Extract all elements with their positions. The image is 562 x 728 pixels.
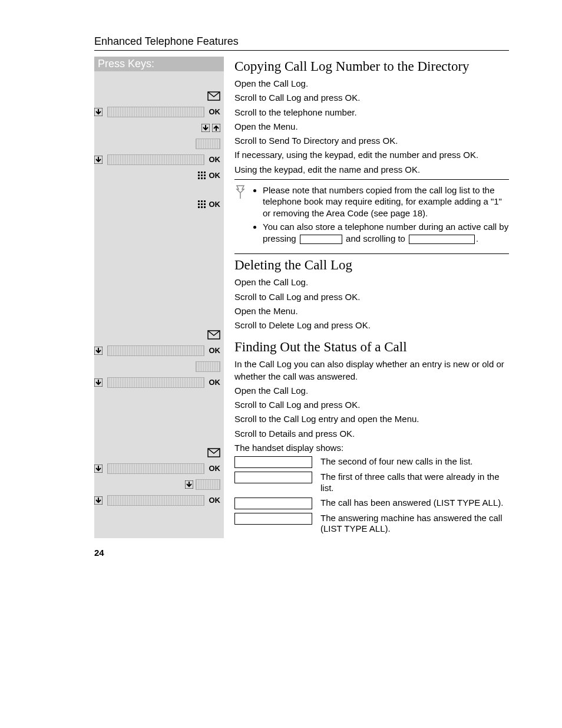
display-box-placeholder	[234, 456, 312, 468]
status-table: The second of four new calls in the list…	[234, 456, 509, 535]
svg-rect-8	[198, 174, 200, 176]
svg-rect-17	[198, 203, 200, 205]
keypad-icon	[197, 200, 207, 209]
ok-label: OK	[209, 107, 221, 116]
page-number: 24	[94, 548, 509, 558]
note-block: Please note that numbers copied from the…	[234, 183, 509, 251]
hatched-field	[107, 345, 204, 356]
step: If necessary, using the keypad, edit the…	[234, 149, 509, 161]
display-box-placeholder	[234, 472, 312, 483]
key-row-down-ok: OK	[94, 492, 224, 508]
svg-rect-7	[204, 172, 206, 173]
svg-rect-13	[204, 177, 206, 179]
display-box-placeholder	[234, 498, 312, 509]
blank-key-placeholder	[300, 235, 342, 244]
key-row-envelope	[94, 88, 224, 104]
arrow-up-icon	[212, 124, 220, 132]
step: Scroll to Delete Log and press OK.	[234, 319, 509, 331]
ok-label: OK	[209, 496, 221, 505]
svg-rect-20	[198, 206, 200, 208]
running-head: Enhanced Telephone Features	[94, 35, 509, 48]
status-desc: The second of four new calls in the list…	[320, 456, 472, 468]
step: Scroll to Call Log and press OK.	[234, 399, 509, 411]
note-item: Please note that numbers copied from the…	[263, 185, 509, 219]
step: Open the Call Log.	[234, 276, 509, 288]
svg-rect-6	[201, 172, 203, 173]
envelope-icon	[207, 448, 220, 457]
display-box-placeholder	[234, 513, 312, 525]
svg-rect-11	[198, 177, 200, 179]
note-item: You can also store a telephone number du…	[263, 221, 509, 244]
svg-rect-21	[201, 206, 203, 208]
status-row: The second of four new calls in the list…	[234, 456, 509, 468]
key-row-hatched-small	[94, 358, 224, 374]
note-item-text-b: and scrolling to	[343, 233, 408, 243]
ok-label: OK	[209, 346, 221, 355]
key-row-keypad-ok: OK	[94, 196, 224, 212]
step: Scroll to Call Log and press OK.	[234, 92, 509, 104]
hatched-field-small	[196, 361, 220, 372]
pushpin-icon	[234, 185, 246, 247]
section-title-copying: Copying Call Log Number to the Directory	[234, 59, 509, 74]
envelope-icon	[207, 330, 220, 340]
key-row-down-ok: OK	[94, 104, 224, 120]
status-row: The first of three calls that were alrea…	[234, 472, 509, 494]
envelope-icon	[207, 91, 220, 101]
key-row-hatched-small	[94, 136, 224, 151]
step: Scroll to the telephone number.	[234, 107, 509, 118]
key-row-envelope	[94, 444, 224, 460]
arrow-down-icon	[94, 347, 103, 355]
step: Using the keypad, edit the name and pres…	[234, 164, 509, 176]
step: Scroll to the Call Log entry and open th…	[234, 413, 509, 425]
svg-rect-5	[198, 172, 200, 173]
arrow-down-icon	[94, 156, 103, 164]
svg-rect-10	[204, 174, 206, 176]
ok-label: OK	[209, 155, 221, 164]
step: Scroll to Details and press OK.	[234, 428, 509, 440]
hatched-field-small	[196, 139, 220, 149]
svg-rect-22	[204, 206, 206, 208]
description-column: Copying Call Log Number to the Directory…	[224, 57, 509, 538]
section-title-deleting: Deleting the Call Log	[234, 258, 509, 273]
hatched-field	[107, 107, 204, 117]
hatched-field	[107, 495, 204, 506]
status-row: The answering machine has answered the c…	[234, 513, 509, 535]
note-item-period: .	[476, 233, 478, 243]
svg-rect-15	[201, 200, 203, 202]
arrow-down-icon	[94, 378, 103, 387]
key-row-down-ok: OK	[94, 342, 224, 358]
key-row-keypad-ok: OK	[94, 167, 224, 183]
key-row-down-up	[94, 120, 224, 136]
header-rule	[94, 50, 509, 51]
note-bottom-rule	[234, 253, 509, 254]
status-desc: The answering machine has answered the c…	[320, 513, 509, 535]
step: Scroll to Send To Directory and press OK…	[234, 135, 509, 147]
section-title-status: Finding Out the Status of a Call	[234, 340, 509, 355]
manual-page: Enhanced Telephone Features Press Keys: …	[0, 0, 562, 581]
key-row-down-ok: OK	[94, 374, 224, 390]
ok-label: OK	[209, 464, 221, 473]
svg-rect-14	[198, 200, 200, 202]
arrow-down-icon	[94, 465, 103, 473]
keypad-icon	[197, 171, 207, 180]
ok-label: OK	[209, 378, 221, 387]
status-row: The call has been answered (LIST TYPE AL…	[234, 498, 509, 509]
ok-label: OK	[209, 171, 221, 180]
svg-rect-16	[204, 200, 206, 202]
arrow-down-icon	[94, 496, 103, 505]
key-row-envelope	[94, 327, 224, 342]
status-desc: The first of three calls that were alrea…	[320, 472, 509, 494]
step: Open the Menu.	[234, 121, 509, 133]
key-row-down-hatched	[94, 476, 224, 492]
ok-label: OK	[209, 200, 221, 209]
hatched-field	[107, 377, 204, 388]
step: Open the Call Log.	[234, 78, 509, 90]
hatched-field	[107, 463, 204, 474]
two-column-layout: Press Keys: OK	[94, 57, 509, 538]
press-keys-column: Press Keys: OK	[94, 57, 224, 538]
status-desc: The call has been answered (LIST TYPE AL…	[320, 498, 503, 509]
note-top-rule	[234, 179, 509, 180]
arrow-down-icon	[201, 124, 210, 132]
svg-rect-18	[201, 203, 203, 205]
press-keys-title: Press Keys:	[94, 57, 224, 71]
